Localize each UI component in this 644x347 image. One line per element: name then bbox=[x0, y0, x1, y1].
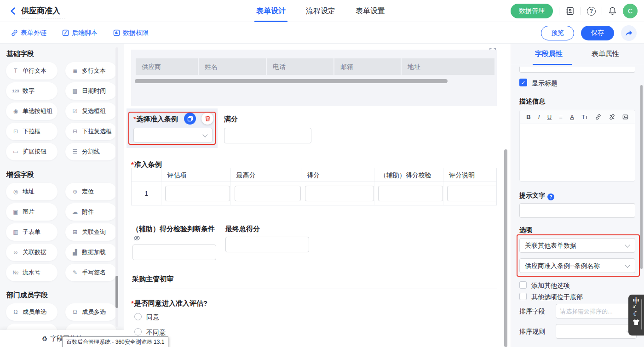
people-icon: Ω bbox=[71, 309, 79, 315]
data-manage-button[interactable]: 数据管理 bbox=[511, 4, 553, 18]
tab-field-properties[interactable]: 字段属性 bbox=[535, 50, 563, 58]
field-member-multi[interactable]: Ω成员多选 bbox=[65, 303, 117, 321]
sort-field-input[interactable] bbox=[556, 304, 637, 319]
remove-link-icon[interactable] bbox=[609, 114, 615, 120]
canvas-vertical-scrollbar[interactable] bbox=[504, 149, 507, 347]
aux-condition-input[interactable] bbox=[132, 245, 216, 260]
underline-icon[interactable]: U bbox=[547, 114, 552, 120]
rule-note-input[interactable] bbox=[447, 186, 497, 201]
option-field-dropdown[interactable]: 供应商准入条例--条例名称 bbox=[519, 258, 635, 273]
person-icon: Ω bbox=[12, 309, 19, 315]
full-score-input[interactable] bbox=[224, 128, 311, 143]
add-other-option-checkbox[interactable] bbox=[519, 281, 527, 289]
section-divider bbox=[131, 289, 497, 289]
field-dropdown[interactable]: ⊡下拉框 bbox=[6, 123, 58, 140]
image-icon: ▣ bbox=[12, 209, 19, 215]
field-attachment[interactable]: ☁附件 bbox=[65, 203, 117, 221]
field-single-line-text[interactable]: T单行文本 bbox=[6, 62, 58, 80]
contacts-book-icon[interactable] bbox=[565, 6, 575, 16]
hint-help-icon[interactable]: ? bbox=[547, 193, 554, 200]
field-datetime[interactable]: ▤日期时间 bbox=[65, 82, 117, 100]
align-icon[interactable]: ≡ bbox=[559, 114, 563, 120]
sort-rule-dropdown[interactable] bbox=[556, 324, 637, 339]
field-divider-line[interactable]: ☰分割线 bbox=[65, 143, 117, 160]
data-permission-link[interactable]: 数据权限 bbox=[113, 29, 149, 37]
translate-icon[interactable]: 中 bbox=[633, 297, 639, 304]
insert-image-icon[interactable] bbox=[622, 114, 628, 120]
radio-agree-label[interactable]: 同意 bbox=[146, 313, 159, 322]
field-number[interactable]: 123数字 bbox=[6, 82, 58, 100]
field-extend-button[interactable]: ▭扩展按钮 bbox=[6, 143, 58, 160]
user-avatar[interactable]: C bbox=[623, 4, 638, 18]
field-related-data[interactable]: ∞关联数据 bbox=[6, 244, 58, 261]
hint-text-input[interactable] bbox=[519, 203, 635, 218]
bold-icon[interactable]: B bbox=[526, 114, 530, 120]
field-subform[interactable]: ▥子表单 bbox=[6, 223, 58, 241]
field-data-load[interactable]: ▟数据加载 bbox=[65, 244, 117, 261]
header-actions: 数据管理 ? C bbox=[511, 0, 638, 22]
radio-disagree[interactable] bbox=[134, 328, 142, 336]
eye-off-icon bbox=[133, 235, 140, 241]
delete-field-button[interactable] bbox=[201, 113, 213, 125]
rule-check-input[interactable] bbox=[378, 186, 443, 201]
script-icon bbox=[62, 29, 69, 36]
sidebar-scrollbar-thumb[interactable] bbox=[115, 276, 118, 308]
form-external-link[interactable]: 表单外链 bbox=[11, 29, 46, 37]
other-option-bottom-checkbox[interactable] bbox=[519, 293, 527, 300]
field-location[interactable]: ⊕定位 bbox=[65, 183, 117, 200]
target-icon: ⊕ bbox=[71, 188, 79, 195]
section-title-basic-fields: 基础字段 bbox=[6, 50, 34, 58]
notification-bell-icon[interactable] bbox=[608, 6, 617, 16]
help-icon[interactable]: ? bbox=[587, 7, 596, 16]
field-dropdown-multi[interactable]: ⊟下拉复选框 bbox=[65, 123, 117, 140]
title-input-clipped[interactable] bbox=[519, 67, 635, 73]
multi-line-text-icon: ≣ bbox=[71, 68, 79, 74]
app: 供应商准入 表单设计 流程设定 表单设置 数据管理 ? C 表单外 bbox=[0, 0, 644, 347]
subform-horizontal-scrollbar[interactable] bbox=[135, 79, 448, 83]
browser-tooltip: 百数后台管理系统 - 360安全浏览器 13.1 bbox=[62, 336, 168, 347]
subform-field-supplier[interactable]: 供应商 姓名 电话 邮箱 地址 bbox=[131, 50, 497, 106]
radio-agree[interactable] bbox=[134, 313, 142, 320]
tab-form-design[interactable]: 表单设计 bbox=[256, 0, 286, 22]
backend-script-link[interactable]: 后端脚本 bbox=[62, 29, 98, 37]
extend-button-icon: ▭ bbox=[12, 148, 19, 155]
radio-icon: ◉ bbox=[12, 108, 19, 114]
field-multi-line-text[interactable]: ≣多行文本 bbox=[65, 62, 117, 80]
rule-max-input[interactable] bbox=[235, 186, 301, 201]
field-member-single[interactable]: Ω成员单选 bbox=[6, 303, 58, 321]
title-edit-underline bbox=[21, 18, 65, 18]
radio-disagree-label[interactable]: 不同意 bbox=[146, 329, 166, 337]
select-rule-dropdown[interactable] bbox=[133, 128, 213, 142]
show-title-checkbox[interactable]: ✓ bbox=[519, 79, 527, 86]
field-address[interactable]: ◎地址 bbox=[6, 183, 58, 200]
option-source-dropdown[interactable]: 关联其他表单数据 bbox=[519, 238, 635, 253]
italic-icon[interactable]: I bbox=[538, 114, 540, 120]
tab-form-setting[interactable]: 表单设置 bbox=[356, 0, 385, 22]
font-size-icon[interactable]: Tт bbox=[581, 114, 588, 120]
preview-button[interactable]: 预览 bbox=[541, 26, 574, 40]
copy-field-button[interactable] bbox=[184, 113, 196, 125]
rule-table-row: 1 bbox=[132, 182, 496, 205]
final-score-input[interactable] bbox=[225, 237, 309, 252]
field-signature[interactable]: ✎手写签名 bbox=[65, 264, 117, 281]
theme-shirt-icon[interactable] bbox=[632, 319, 640, 325]
back-button[interactable] bbox=[9, 7, 17, 15]
trash-icon bbox=[205, 115, 211, 122]
rule-item-input[interactable] bbox=[165, 186, 230, 201]
tab-form-properties[interactable]: 表单属性 bbox=[592, 50, 619, 58]
night-mode-moon-icon[interactable]: ☾ bbox=[633, 310, 639, 318]
rule-score-input[interactable] bbox=[305, 186, 374, 201]
description-rich-editor[interactable]: B I U ≡ A Tт bbox=[519, 110, 635, 182]
share-button[interactable] bbox=[621, 25, 637, 41]
insert-link-icon[interactable] bbox=[595, 114, 601, 120]
tab-flow-setting[interactable]: 流程设定 bbox=[306, 0, 335, 22]
field-serial-number[interactable]: №流水号 bbox=[6, 264, 58, 281]
field-checkbox-group[interactable]: ☑复选框组 bbox=[65, 102, 117, 120]
field-image[interactable]: ▣图片 bbox=[6, 203, 58, 221]
font-color-icon[interactable]: A bbox=[570, 114, 574, 120]
field-radio-group[interactable]: ◉单选按钮组 bbox=[6, 102, 58, 120]
save-button[interactable]: 保存 bbox=[581, 26, 614, 40]
translate-latin-icon[interactable]: a’ bbox=[632, 305, 636, 309]
panel-scrollbar[interactable] bbox=[640, 85, 643, 269]
field-related-query[interactable]: ⊞关联查询 bbox=[65, 223, 117, 241]
